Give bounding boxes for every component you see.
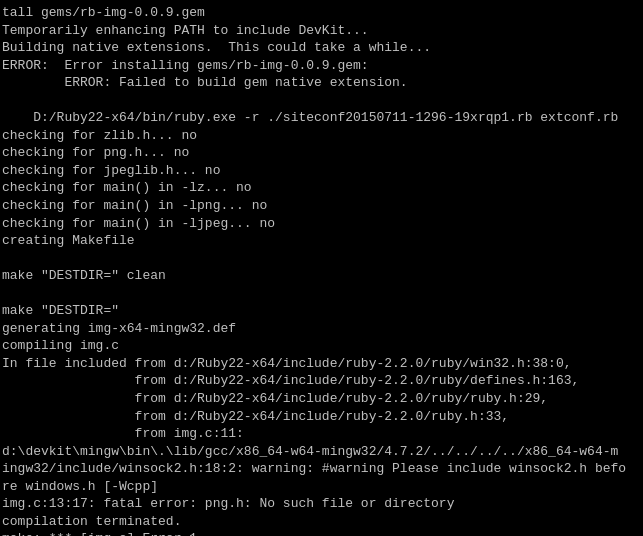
terminal-line-14: [2, 250, 641, 268]
terminal-window: tall gems/rb-img-0.0.9.gemTemporarily en…: [0, 0, 643, 536]
terminal-line-27: re windows.h [-Wcpp]: [2, 478, 641, 496]
terminal-line-17: make "DESTDIR=": [2, 302, 641, 320]
terminal-line-20: In file included from d:/Ruby22-x64/incl…: [2, 355, 641, 373]
terminal-line-2: Building native extensions. This could t…: [2, 39, 641, 57]
terminal-line-10: checking for main() in -lz... no: [2, 179, 641, 197]
terminal-line-29: compilation terminated.: [2, 513, 641, 531]
terminal-line-15: make "DESTDIR=" clean: [2, 267, 641, 285]
terminal-line-19: compiling img.c: [2, 337, 641, 355]
terminal-line-8: checking for png.h... no: [2, 144, 641, 162]
terminal-line-28: img.c:13:17: fatal error: png.h: No such…: [2, 495, 641, 513]
terminal-line-22: from d:/Ruby22-x64/include/ruby-2.2.0/ru…: [2, 390, 641, 408]
terminal-line-18: generating img-x64-mingw32.def: [2, 320, 641, 338]
terminal-line-3: ERROR: Error installing gems/rb-img-0.0.…: [2, 57, 641, 75]
terminal-line-30: make: *** [img.o] Error 1: [2, 530, 641, 536]
terminal-line-5: [2, 92, 641, 110]
terminal-line-7: checking for zlib.h... no: [2, 127, 641, 145]
terminal-line-26: ingw32/include/winsock2.h:18:2: warning:…: [2, 460, 641, 478]
terminal-line-13: creating Makefile: [2, 232, 641, 250]
terminal-line-12: checking for main() in -ljpeg... no: [2, 215, 641, 233]
terminal-line-9: checking for jpeglib.h... no: [2, 162, 641, 180]
terminal-line-16: [2, 285, 641, 303]
terminal-line-25: d:\devkit\mingw\bin\.\lib/gcc/x86_64-w64…: [2, 443, 641, 461]
terminal-line-1: Temporarily enhancing PATH to include De…: [2, 22, 641, 40]
terminal-line-24: from img.c:11:: [2, 425, 641, 443]
terminal-line-6: D:/Ruby22-x64/bin/ruby.exe -r ./siteconf…: [2, 109, 641, 127]
terminal-line-0: tall gems/rb-img-0.0.9.gem: [2, 4, 641, 22]
terminal-line-11: checking for main() in -lpng... no: [2, 197, 641, 215]
terminal-line-21: from d:/Ruby22-x64/include/ruby-2.2.0/ru…: [2, 372, 641, 390]
terminal-line-23: from d:/Ruby22-x64/include/ruby-2.2.0/ru…: [2, 408, 641, 426]
terminal-line-4: ERROR: Failed to build gem native extens…: [2, 74, 641, 92]
